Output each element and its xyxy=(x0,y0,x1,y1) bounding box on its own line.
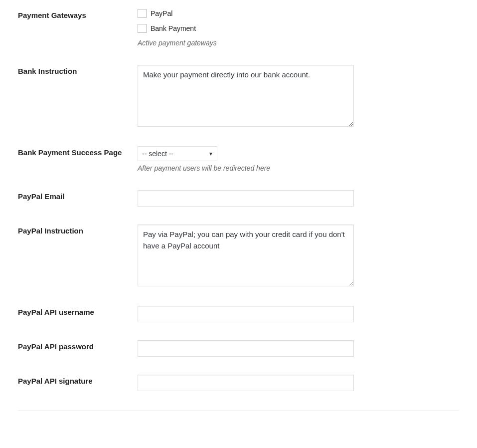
checkbox-paypal-wrap[interactable]: PayPal xyxy=(138,9,472,18)
label-bank-instruction: Bank Instruction xyxy=(0,56,138,137)
paypal-instruction-textarea[interactable]: Pay via PayPal; you can pay with your cr… xyxy=(138,224,354,286)
checkbox-paypal-label: PayPal xyxy=(151,9,172,17)
paypal-api-password-input[interactable] xyxy=(138,340,354,357)
cell-payment-gateways: PayPal Bank Payment Active payment gatew… xyxy=(138,0,477,56)
label-paypal-instruction: PayPal Instruction xyxy=(0,216,138,297)
label-paypal-api-signature: PayPal API signature xyxy=(0,366,138,400)
checkbox-bank[interactable] xyxy=(138,24,147,33)
cell-bank-instruction: Make your payment directly into our bank… xyxy=(138,56,477,137)
bank-instruction-textarea[interactable]: Make your payment directly into our bank… xyxy=(138,65,354,127)
cell-paypal-instruction: Pay via PayPal; you can pay with your cr… xyxy=(138,216,477,297)
label-paypal-email: PayPal Email xyxy=(0,181,138,216)
bank-success-select[interactable]: -- select -- xyxy=(138,146,217,161)
label-paypal-api-username: PayPal API username xyxy=(0,297,138,331)
payment-gateways-description: Active payment gateways xyxy=(138,39,472,47)
paypal-api-username-input[interactable] xyxy=(138,306,354,322)
paypal-email-input[interactable] xyxy=(138,190,354,207)
label-paypal-api-password: PayPal API password xyxy=(0,331,138,366)
cell-paypal-api-username xyxy=(138,297,477,331)
cell-paypal-api-password xyxy=(138,331,477,366)
checkbox-bank-label: Bank Payment xyxy=(151,24,196,32)
settings-form-table: Payment Gateways PayPal Bank Payment Act… xyxy=(0,0,477,400)
paypal-api-signature-input[interactable] xyxy=(138,375,354,391)
section-divider xyxy=(18,410,459,411)
cell-bank-success-page: -- select -- After payment users will be… xyxy=(138,137,477,181)
cell-paypal-api-signature xyxy=(138,366,477,400)
label-payment-gateways: Payment Gateways xyxy=(0,0,138,56)
checkbox-bank-wrap[interactable]: Bank Payment xyxy=(138,24,472,33)
checkbox-paypal[interactable] xyxy=(138,9,147,18)
bank-success-select-wrap: -- select -- xyxy=(138,146,217,161)
bank-success-description: After payment users will be redirected h… xyxy=(138,164,472,172)
cell-paypal-email xyxy=(138,181,477,216)
label-bank-success-page: Bank Payment Success Page xyxy=(0,137,138,181)
